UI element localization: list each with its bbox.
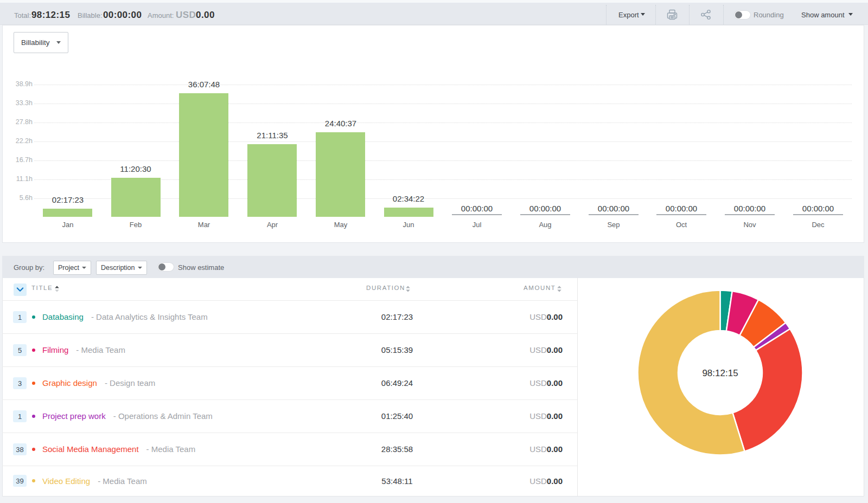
svg-text:98:12:15: 98:12:15 xyxy=(702,368,738,378)
